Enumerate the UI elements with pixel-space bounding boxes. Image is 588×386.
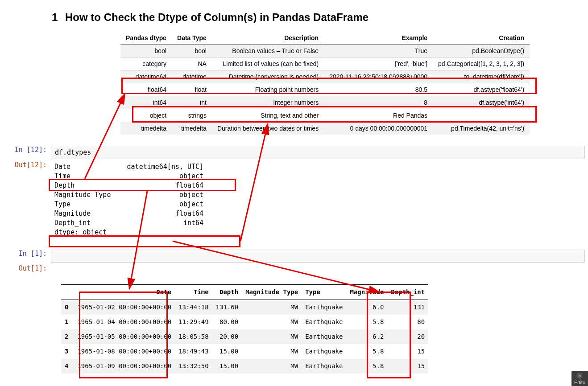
table-cell: 8 [324, 96, 433, 109]
table-cell: 15.00 [212, 344, 242, 359]
table-cell: String, text and other [212, 109, 324, 122]
table-row: categoryNALimited list of values (can be… [120, 57, 530, 70]
col-pandas-dtype: Pandas dtype [120, 32, 172, 45]
col-description: Description [212, 32, 324, 45]
df-header: Magnitude [346, 285, 387, 300]
table-cell [433, 109, 530, 122]
table-cell: 3 [61, 344, 74, 359]
table-cell: 11:29:49 [175, 315, 212, 329]
table-cell: 2020-11-16 22:50:18.092888+0000 [324, 70, 433, 83]
table-cell: Red Pandas [324, 109, 433, 122]
output-text-12: Date datetime64[ns, UTC] Time object Dep… [51, 161, 588, 238]
df-header: Time [175, 285, 212, 300]
df-header: Depth_int [387, 285, 428, 300]
table-cell: strings [172, 109, 212, 122]
table-cell: Earthquake [302, 315, 346, 329]
table-cell: 20 [387, 329, 428, 344]
table-cell: 1965-01-05 00:00:00+00:00 [74, 329, 175, 344]
table-cell: Boolean values – True or False [212, 45, 324, 57]
dataframe-table: DateTimeDepthMagnitude TypeTypeMagnitude… [61, 284, 428, 374]
out-prompt-1: Out[1]: [0, 264, 51, 272]
table-cell: 131 [387, 300, 428, 315]
in-prompt-12: In [12]: [0, 146, 51, 154]
table-cell: int64 [120, 96, 172, 109]
table-cell: object [120, 109, 172, 122]
table-cell: df.astype('float64') [433, 83, 530, 96]
table-cell: MW [242, 359, 302, 374]
close-icon[interactable]: × [576, 373, 583, 379]
table-cell: MW [242, 300, 302, 315]
table-cell: Earthquake [302, 300, 346, 315]
table-cell: 18:49:43 [175, 344, 212, 359]
table-cell: 1 [61, 315, 74, 329]
df-header: Date [74, 285, 175, 300]
editor-tab[interactable]: × Edito [571, 371, 588, 386]
table-cell: 13:44:18 [175, 300, 212, 315]
table-cell: ['red', 'blue'] [324, 57, 433, 70]
table-row: objectstringsString, text and otherRed P… [120, 109, 530, 122]
table-cell: 0 days 00:00:00.000000001 [324, 122, 433, 135]
table-cell: 15.00 [212, 359, 242, 374]
table-cell: Duration between two dates or times [212, 122, 324, 135]
table-row: int64intInteger numbers8df.astype('int64… [120, 96, 530, 109]
output-dataframe-1: DateTimeDepthMagnitude TypeTypeMagnitude… [51, 264, 588, 386]
editor-tab-label: Edito [574, 380, 585, 385]
code-input-1[interactable] [51, 250, 585, 263]
out-prompt-12: Out[12]: [0, 161, 51, 169]
table-cell: bool [172, 45, 212, 57]
table-cell: 18:05:58 [175, 329, 212, 344]
table-cell: 13:32:50 [175, 359, 212, 374]
table-row: 01965-01-02 00:00:00+00:0013:44:18131.60… [61, 300, 428, 315]
table-cell: 15 [387, 359, 428, 374]
table-cell: MW [242, 315, 302, 329]
table-row: 31965-01-08 00:00:00+00:0018:49:4315.00M… [61, 344, 428, 359]
table-cell: 80.00 [212, 315, 242, 329]
dtype-reference-table: Pandas dtype Data Type Description Examp… [120, 32, 530, 135]
table-cell: pd.BooleanDtype() [433, 45, 530, 57]
output-cell-12: Out[12]: Date datetime64[ns, UTC] Time o… [0, 161, 588, 238]
df-header [61, 285, 74, 300]
table-cell: datetime64 [120, 70, 172, 83]
table-cell: 1965-01-04 00:00:00+00:00 [74, 315, 175, 329]
df-header: Depth [212, 285, 242, 300]
cell-divider [0, 244, 588, 244]
table-cell: 80.5 [324, 83, 433, 96]
table-cell: timedelta [120, 122, 172, 135]
heading-text: How to Check the Dtype of Column(s) in P… [65, 11, 369, 23]
table-cell: int [172, 96, 212, 109]
table-cell: MW [242, 329, 302, 344]
notebook-area: In [12]: df.dtypes Out[12]: Date datetim… [0, 146, 588, 386]
table-row: 41965-01-09 00:00:00+00:0013:32:5015.00M… [61, 359, 428, 374]
df-header: Type [302, 285, 346, 300]
col-data-type: Data Type [172, 32, 212, 45]
col-example: Example [324, 32, 433, 45]
table-cell: Earthquake [302, 329, 346, 344]
code-cell-1: In [1]: [0, 250, 588, 263]
table-cell: 5.8 [346, 344, 387, 359]
table-row: timedeltatimedeltaDuration between two d… [120, 122, 530, 135]
table-cell: timedelta [172, 122, 212, 135]
table-cell: to_datetime(df['date']) [433, 70, 530, 83]
table-row: datetime64datetimeDatetime (conversion i… [120, 70, 530, 83]
table-cell: Earthquake [302, 344, 346, 359]
code-cell-12: In [12]: df.dtypes [0, 146, 588, 159]
table-cell: 1965-01-09 00:00:00+00:00 [74, 359, 175, 374]
page-root: 1 How to Check the Dtype of Column(s) in… [0, 0, 588, 386]
table-cell: 4 [61, 359, 74, 374]
in-prompt-1: In [1]: [0, 250, 51, 258]
table-cell: datetime [172, 70, 212, 83]
table-row: boolboolBoolean values – True or FalseTr… [120, 45, 530, 57]
table-cell: pd.Categorical([1, 2, 3, 1, 2, 3]) [433, 57, 530, 70]
df-header: Magnitude Type [242, 285, 302, 300]
table-cell: Limited list of values (can be fixed) [212, 57, 324, 70]
code-input-12[interactable]: df.dtypes [51, 146, 585, 159]
table-cell: float [172, 83, 212, 96]
table-cell: Integer numbers [212, 96, 324, 109]
page-title: 1 How to Check the Dtype of Column(s) in… [52, 11, 588, 24]
table-cell: MW [242, 344, 302, 359]
table-cell: True [324, 45, 433, 57]
table-cell: df.astype('int64') [433, 96, 530, 109]
table-cell: 6.2 [346, 329, 387, 344]
col-creation: Creation [433, 32, 530, 45]
table-cell: Datetime (conversion is needed) [212, 70, 324, 83]
